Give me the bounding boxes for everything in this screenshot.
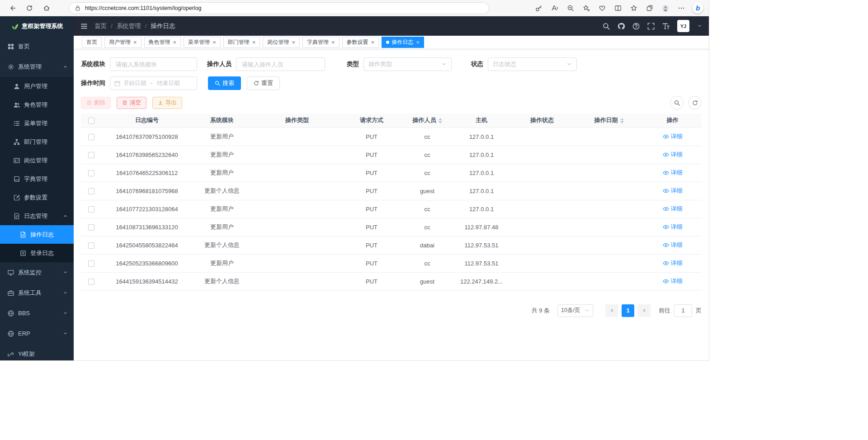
- font-size-button[interactable]: [662, 23, 670, 30]
- refresh-button[interactable]: [23, 2, 36, 14]
- detail-link[interactable]: 详细: [663, 187, 683, 195]
- detail-link[interactable]: 详细: [663, 241, 683, 249]
- tab-item[interactable]: 菜单管理×: [184, 37, 221, 48]
- column-header[interactable]: 操作日期: [575, 114, 643, 128]
- split-screen-button[interactable]: [611, 2, 625, 14]
- address-bar[interactable]: https://ccnetcore.com:1101/system/log/op…: [69, 2, 489, 14]
- back-button[interactable]: [5, 2, 19, 14]
- sidebar-item[interactable]: 系统监控: [0, 262, 74, 283]
- add-favorite-button[interactable]: [580, 2, 593, 14]
- read-aloud-button[interactable]: [548, 2, 561, 14]
- breadcrumb-item[interactable]: 系统管理: [117, 22, 141, 30]
- user-avatar[interactable]: YJ: [677, 20, 689, 32]
- tab-item[interactable]: 部门管理×: [223, 37, 260, 48]
- column-header-label: 操作日期: [594, 117, 618, 123]
- sidebar-item[interactable]: Yi框架: [0, 344, 74, 360]
- export-button[interactable]: 导出: [152, 97, 182, 109]
- close-icon[interactable]: ×: [252, 39, 256, 45]
- sidebar-item[interactable]: 菜单管理: [0, 114, 74, 132]
- sidebar-item[interactable]: 首页: [0, 36, 74, 57]
- sidebar-item[interactable]: 系统管理: [0, 57, 74, 77]
- delete-button[interactable]: 删除: [81, 97, 111, 109]
- sidebar-item[interactable]: 登录日志: [0, 244, 74, 262]
- sidebar-item[interactable]: 字典管理: [0, 170, 74, 188]
- detail-link[interactable]: 详细: [663, 277, 683, 285]
- clear-button[interactable]: 清空: [117, 97, 146, 109]
- close-icon[interactable]: ×: [331, 39, 335, 45]
- close-icon[interactable]: ×: [212, 39, 216, 45]
- zoom-button[interactable]: [564, 2, 577, 14]
- status-select[interactable]: 日志状态: [488, 57, 577, 71]
- row-checkbox[interactable]: [88, 279, 94, 285]
- row-checkbox[interactable]: [88, 170, 94, 176]
- show-search-button[interactable]: [670, 96, 684, 109]
- home-button[interactable]: [40, 2, 53, 14]
- sidebar-item[interactable]: 用户管理: [0, 77, 74, 95]
- close-icon[interactable]: ×: [173, 39, 177, 45]
- refresh-table-button[interactable]: [688, 96, 702, 109]
- detail-link[interactable]: 详细: [663, 151, 683, 159]
- operator-filter-input[interactable]: [236, 57, 325, 71]
- row-checkbox[interactable]: [88, 206, 94, 213]
- detail-link[interactable]: 详细: [663, 169, 683, 177]
- next-page-button[interactable]: [638, 304, 651, 317]
- sidebar-item[interactable]: 岗位管理: [0, 151, 74, 170]
- sidebar-item[interactable]: 参数设置: [0, 188, 74, 207]
- close-icon[interactable]: ×: [371, 39, 375, 45]
- sidebar-item[interactable]: 日志管理: [0, 207, 74, 225]
- sidebar-item[interactable]: 角色管理: [0, 95, 74, 114]
- column-header[interactable]: 操作人员: [401, 114, 453, 128]
- tab-item[interactable]: 角色管理×: [144, 37, 181, 48]
- password-key-button[interactable]: [532, 2, 546, 14]
- detail-link[interactable]: 详细: [663, 223, 683, 231]
- sidebar-item[interactable]: BBS: [0, 303, 74, 323]
- close-icon[interactable]: ×: [416, 39, 420, 45]
- tab-item[interactable]: 首页: [82, 37, 102, 48]
- goto-page-input[interactable]: [674, 304, 692, 317]
- more-options-button[interactable]: [675, 2, 688, 14]
- sidebar-item[interactable]: 系统工具: [0, 283, 74, 303]
- module-filter-input[interactable]: [110, 57, 197, 71]
- detail-link[interactable]: 详细: [663, 205, 683, 213]
- browser-essentials-button[interactable]: [595, 2, 609, 14]
- help-button[interactable]: [632, 23, 640, 30]
- detail-link[interactable]: 详细: [663, 259, 683, 267]
- row-checkbox[interactable]: [88, 260, 94, 267]
- search-button[interactable]: 搜索: [208, 76, 241, 90]
- page-size-select[interactable]: 10条/页: [557, 304, 593, 317]
- profile-button[interactable]: [659, 2, 672, 14]
- type-select[interactable]: 操作类型: [363, 57, 452, 71]
- copilot-icon[interactable]: b: [692, 2, 703, 14]
- row-checkbox[interactable]: [88, 224, 94, 231]
- prev-page-button[interactable]: [605, 304, 618, 317]
- close-icon[interactable]: ×: [133, 39, 137, 45]
- sort-caret-icon[interactable]: [439, 118, 442, 123]
- row-checkbox[interactable]: [88, 242, 94, 249]
- row-checkbox[interactable]: [88, 152, 94, 158]
- row-checkbox[interactable]: [88, 134, 94, 140]
- page-1-button[interactable]: 1: [622, 304, 634, 317]
- tab-item[interactable]: 用户管理×: [104, 37, 142, 48]
- row-checkbox[interactable]: [88, 188, 94, 194]
- favorites-button[interactable]: [627, 2, 641, 14]
- reset-button[interactable]: 重置: [247, 76, 280, 90]
- chevron-down-icon[interactable]: [697, 24, 702, 28]
- tab-item[interactable]: 参数设置×: [342, 37, 379, 48]
- select-all-checkbox[interactable]: [88, 118, 94, 124]
- hamburger-icon[interactable]: [80, 23, 88, 30]
- tab-active[interactable]: 操作日志×: [382, 37, 424, 48]
- collections-button[interactable]: [643, 2, 656, 14]
- detail-link[interactable]: 详细: [663, 132, 683, 141]
- sidebar-item[interactable]: 部门管理: [0, 132, 74, 151]
- sidebar-item[interactable]: ERP: [0, 323, 74, 344]
- header-search-button[interactable]: [603, 23, 610, 30]
- tab-item[interactable]: 字典管理×: [302, 37, 340, 48]
- tab-item[interactable]: 岗位管理×: [263, 37, 300, 48]
- close-icon[interactable]: ×: [292, 39, 295, 45]
- breadcrumb-item[interactable]: 首页: [94, 22, 107, 30]
- date-range-picker[interactable]: 开始日期 - 结束日期: [110, 76, 197, 90]
- sort-caret-icon[interactable]: [620, 118, 624, 123]
- github-button[interactable]: [618, 23, 625, 30]
- fullscreen-button[interactable]: [647, 23, 655, 30]
- sidebar-item[interactable]: 操作日志: [0, 225, 74, 244]
